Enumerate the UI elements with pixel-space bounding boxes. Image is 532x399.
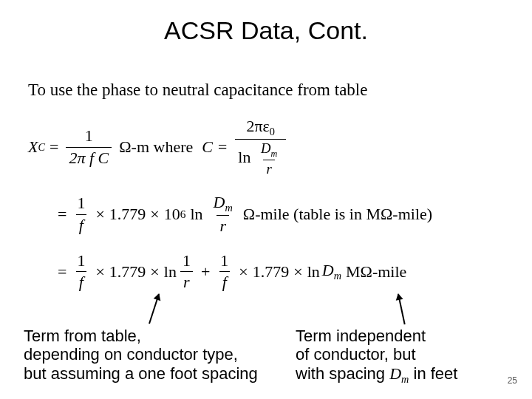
times-5: × — [234, 262, 252, 282]
slide-title: ACSR Data, Cont. — [0, 0, 532, 45]
ten-sup: 6 — [180, 208, 186, 221]
equation-block: To use the phase to neutral capacitance … — [28, 80, 501, 307]
xc-subscript: C — [38, 141, 45, 154]
r-2: r — [216, 215, 229, 236]
ln-4: ln — [307, 262, 320, 282]
frac-dm-over-r-1: Dm r — [258, 140, 280, 178]
c-equals: C = — [197, 137, 232, 157]
equals-2: = — [53, 205, 71, 224]
dm-2: D — [214, 193, 225, 211]
xc-symbol: X — [28, 137, 38, 157]
ln-3: ln — [164, 262, 177, 282]
ten: 10 — [164, 205, 180, 224]
num-1-d: 1 — [217, 251, 231, 271]
times-6: × — [289, 262, 307, 282]
cap-right-line-3a: with spacing — [296, 364, 389, 383]
cap-right-dm: D — [389, 364, 401, 383]
two-pi-eps: 2πε — [246, 117, 269, 135]
const-3: 1.779 — [253, 262, 290, 282]
den-f-a: f — [76, 214, 86, 235]
frac-dm-over-r-2: Dm r — [211, 193, 236, 236]
cap-left-line-2: depending on conductor type, — [24, 345, 238, 364]
den-r: r — [180, 271, 193, 292]
equation-row-1: XC = 1 2π f C Ω-m where C = 2πε0 ln Dm r — [28, 117, 501, 178]
cap-right-dm-sub: m — [401, 373, 409, 385]
den-f-c: f — [219, 271, 230, 292]
times-2: × — [146, 205, 163, 224]
frac-capacitance: 2πε0 ln Dm r — [235, 117, 286, 178]
num-1-c: 1 — [180, 251, 194, 271]
equation-row-3: = 1 f × 1.779 × ln 1 r + 1 f × 1.779 × l… — [53, 251, 501, 293]
num-1: 1 — [82, 126, 96, 146]
den-2pifC: 2π f C — [69, 149, 109, 167]
dm-1: D — [261, 140, 271, 156]
dm-sub-3: m — [334, 270, 341, 282]
frac-1-over-f-a: 1 f — [74, 194, 88, 235]
dm-3: D — [322, 261, 334, 279]
plus: + — [197, 262, 214, 282]
frac-1-over-f-b: 1 f — [74, 251, 88, 293]
frac-1-over-2pifC: 1 2π f C — [66, 126, 112, 168]
intro-text: To use the phase to neutral capacitance … — [28, 80, 501, 100]
eps-subscript: 0 — [270, 126, 275, 137]
ohm-m-where: Ω-m where — [115, 137, 197, 157]
frac-1-over-r: 1 r — [180, 251, 194, 293]
r-1: r — [263, 160, 274, 177]
const-1: 1.779 — [109, 205, 146, 224]
dm-sub-2: m — [225, 202, 232, 214]
equals-1: = — [45, 137, 63, 157]
const-2: 1.779 — [109, 262, 146, 282]
cap-left-line-3: but assuming a one foot spacing — [24, 364, 258, 383]
cap-right-line-1: Term independent — [296, 327, 426, 345]
ln-2: ln — [185, 205, 207, 224]
page-number: 25 — [508, 375, 517, 386]
times-3: × — [91, 262, 109, 282]
num-1-a: 1 — [74, 194, 88, 214]
caption-left: Term from table, depending on conductor … — [24, 327, 275, 383]
momega-mile: MΩ-mile — [341, 262, 411, 282]
ln-1: ln — [238, 149, 250, 167]
ohm-mile-note: Ω-mile (table is in MΩ-mile) — [239, 205, 437, 224]
times-1: × — [91, 205, 109, 224]
times-4: × — [146, 262, 163, 282]
dm-sub-1: m — [270, 149, 277, 159]
cap-left-line-1: Term from table, — [24, 327, 141, 345]
den-f-b: f — [76, 271, 86, 292]
caption-right: Term independent of conductor, but with … — [296, 327, 517, 385]
cap-right-line-3b: in feet — [409, 364, 457, 383]
slide: ACSR Data, Cont. To use the phase to neu… — [0, 0, 532, 399]
frac-1-over-f-c: 1 f — [217, 251, 231, 293]
equation-row-2: = 1 f × 1.779 × 106 ln Dm r Ω-mile (tabl… — [53, 193, 501, 236]
cap-right-line-2: of conductor, but — [296, 345, 416, 364]
equals-3: = — [53, 262, 71, 282]
num-1-b: 1 — [74, 251, 88, 271]
